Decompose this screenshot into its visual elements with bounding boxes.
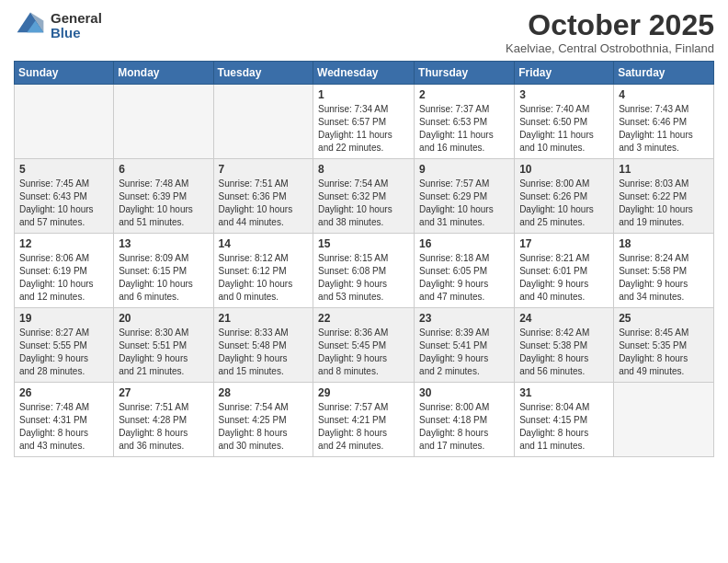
table-row: 22Sunrise: 8:36 AM Sunset: 5:45 PM Dayli… [313, 308, 415, 383]
day-number: 19 [19, 312, 108, 325]
title-area: October 2025 Kaelviae, Central Ostroboth… [506, 9, 714, 55]
day-number: 29 [318, 386, 409, 399]
day-number: 11 [619, 163, 709, 176]
table-row: 31Sunrise: 8:04 AM Sunset: 4:15 PM Dayli… [515, 383, 614, 457]
day-number: 21 [219, 312, 309, 325]
header-thursday: Thursday [415, 62, 515, 85]
table-row: 8Sunrise: 7:54 AM Sunset: 6:32 PM Daylig… [313, 159, 415, 234]
table-row [213, 85, 313, 159]
calendar-week-row: 12Sunrise: 8:06 AM Sunset: 6:19 PM Dayli… [15, 234, 714, 308]
logo-icon [14, 9, 47, 42]
day-number: 28 [219, 386, 309, 399]
day-number: 26 [19, 386, 108, 399]
table-row: 11Sunrise: 8:03 AM Sunset: 6:22 PM Dayli… [614, 159, 714, 234]
day-number: 24 [519, 312, 609, 325]
header-friday: Friday [515, 62, 614, 85]
day-info: Sunrise: 7:51 AM Sunset: 6:36 PM Dayligh… [219, 178, 309, 229]
table-row: 6Sunrise: 7:48 AM Sunset: 6:39 PM Daylig… [114, 159, 213, 234]
day-info: Sunrise: 8:24 AM Sunset: 5:58 PM Dayligh… [619, 252, 709, 304]
header-tuesday: Tuesday [213, 62, 313, 85]
table-row: 14Sunrise: 8:12 AM Sunset: 6:12 PM Dayli… [213, 234, 313, 308]
day-number: 5 [19, 163, 108, 176]
day-info: Sunrise: 7:57 AM Sunset: 4:21 PM Dayligh… [318, 401, 409, 453]
day-number: 4 [619, 88, 709, 101]
table-row: 3Sunrise: 7:40 AM Sunset: 6:50 PM Daylig… [515, 85, 614, 159]
day-number: 3 [519, 88, 609, 101]
table-row: 19Sunrise: 8:27 AM Sunset: 5:55 PM Dayli… [15, 308, 114, 383]
table-row: 18Sunrise: 8:24 AM Sunset: 5:58 PM Dayli… [614, 234, 714, 308]
day-info: Sunrise: 7:40 AM Sunset: 6:50 PM Dayligh… [519, 103, 609, 155]
calendar-week-row: 19Sunrise: 8:27 AM Sunset: 5:55 PM Dayli… [15, 308, 714, 383]
table-row: 17Sunrise: 8:21 AM Sunset: 6:01 PM Dayli… [515, 234, 614, 308]
table-row: 15Sunrise: 8:15 AM Sunset: 6:08 PM Dayli… [313, 234, 415, 308]
calendar-week-row: 26Sunrise: 7:48 AM Sunset: 4:31 PM Dayli… [15, 383, 714, 457]
table-row: 26Sunrise: 7:48 AM Sunset: 4:31 PM Dayli… [15, 383, 114, 457]
table-row: 16Sunrise: 8:18 AM Sunset: 6:05 PM Dayli… [415, 234, 515, 308]
table-row: 4Sunrise: 7:43 AM Sunset: 6:46 PM Daylig… [614, 85, 714, 159]
day-number: 17 [519, 237, 609, 250]
day-number: 1 [318, 88, 409, 101]
day-info: Sunrise: 7:57 AM Sunset: 6:29 PM Dayligh… [419, 178, 509, 229]
page-container: General Blue October 2025 Kaelviae, Cent… [0, 0, 728, 462]
day-number: 30 [419, 386, 509, 399]
day-info: Sunrise: 7:34 AM Sunset: 6:57 PM Dayligh… [318, 103, 409, 155]
day-info: Sunrise: 7:37 AM Sunset: 6:53 PM Dayligh… [419, 103, 509, 155]
day-info: Sunrise: 8:15 AM Sunset: 6:08 PM Dayligh… [318, 252, 409, 304]
month-title: October 2025 [506, 9, 714, 41]
day-info: Sunrise: 8:18 AM Sunset: 6:05 PM Dayligh… [419, 252, 509, 304]
header: General Blue October 2025 Kaelviae, Cent… [14, 9, 714, 55]
day-number: 23 [419, 312, 509, 325]
day-info: Sunrise: 8:09 AM Sunset: 6:15 PM Dayligh… [119, 252, 208, 304]
table-row: 30Sunrise: 8:00 AM Sunset: 4:18 PM Dayli… [415, 383, 515, 457]
table-row: 24Sunrise: 8:42 AM Sunset: 5:38 PM Dayli… [515, 308, 614, 383]
day-number: 15 [318, 237, 409, 250]
day-info: Sunrise: 8:39 AM Sunset: 5:41 PM Dayligh… [419, 327, 509, 378]
day-number: 27 [119, 386, 208, 399]
day-info: Sunrise: 8:36 AM Sunset: 5:45 PM Dayligh… [318, 327, 409, 378]
day-number: 25 [619, 312, 709, 325]
day-info: Sunrise: 8:06 AM Sunset: 6:19 PM Dayligh… [19, 252, 108, 304]
table-row: 9Sunrise: 7:57 AM Sunset: 6:29 PM Daylig… [415, 159, 515, 234]
day-info: Sunrise: 8:33 AM Sunset: 5:48 PM Dayligh… [219, 327, 309, 378]
day-number: 12 [19, 237, 108, 250]
day-number: 14 [219, 237, 309, 250]
day-number: 20 [119, 312, 208, 325]
table-row: 28Sunrise: 7:54 AM Sunset: 4:25 PM Dayli… [213, 383, 313, 457]
table-row: 1Sunrise: 7:34 AM Sunset: 6:57 PM Daylig… [313, 85, 415, 159]
day-number: 9 [419, 163, 509, 176]
calendar-week-row: 1Sunrise: 7:34 AM Sunset: 6:57 PM Daylig… [15, 85, 714, 159]
calendar: Sunday Monday Tuesday Wednesday Thursday… [14, 61, 714, 457]
day-info: Sunrise: 8:21 AM Sunset: 6:01 PM Dayligh… [519, 252, 609, 304]
day-number: 16 [419, 237, 509, 250]
table-row: 25Sunrise: 8:45 AM Sunset: 5:35 PM Dayli… [614, 308, 714, 383]
table-row: 2Sunrise: 7:37 AM Sunset: 6:53 PM Daylig… [415, 85, 515, 159]
table-row [614, 383, 714, 457]
subtitle: Kaelviae, Central Ostrobothnia, Finland [506, 41, 714, 55]
logo-general-text: General [51, 11, 102, 27]
day-info: Sunrise: 8:04 AM Sunset: 4:15 PM Dayligh… [519, 401, 609, 453]
day-info: Sunrise: 8:30 AM Sunset: 5:51 PM Dayligh… [119, 327, 208, 378]
day-info: Sunrise: 7:51 AM Sunset: 4:28 PM Dayligh… [119, 401, 208, 453]
table-row: 29Sunrise: 7:57 AM Sunset: 4:21 PM Dayli… [313, 383, 415, 457]
header-saturday: Saturday [614, 62, 714, 85]
table-row [15, 85, 114, 159]
calendar-week-row: 5Sunrise: 7:45 AM Sunset: 6:43 PM Daylig… [15, 159, 714, 234]
day-number: 6 [119, 163, 208, 176]
header-monday: Monday [114, 62, 213, 85]
day-info: Sunrise: 8:12 AM Sunset: 6:12 PM Dayligh… [219, 252, 309, 304]
day-number: 7 [219, 163, 309, 176]
table-row: 23Sunrise: 8:39 AM Sunset: 5:41 PM Dayli… [415, 308, 515, 383]
logo: General Blue [14, 9, 102, 42]
day-info: Sunrise: 7:45 AM Sunset: 6:43 PM Dayligh… [19, 178, 108, 229]
table-row: 10Sunrise: 8:00 AM Sunset: 6:26 PM Dayli… [515, 159, 614, 234]
header-sunday: Sunday [15, 62, 114, 85]
day-info: Sunrise: 8:45 AM Sunset: 5:35 PM Dayligh… [619, 327, 709, 378]
table-row: 20Sunrise: 8:30 AM Sunset: 5:51 PM Dayli… [114, 308, 213, 383]
day-info: Sunrise: 8:42 AM Sunset: 5:38 PM Dayligh… [519, 327, 609, 378]
day-number: 10 [519, 163, 609, 176]
day-number: 31 [519, 386, 609, 399]
day-number: 2 [419, 88, 509, 101]
table-row: 21Sunrise: 8:33 AM Sunset: 5:48 PM Dayli… [213, 308, 313, 383]
table-row: 12Sunrise: 8:06 AM Sunset: 6:19 PM Dayli… [15, 234, 114, 308]
table-row: 27Sunrise: 7:51 AM Sunset: 4:28 PM Dayli… [114, 383, 213, 457]
